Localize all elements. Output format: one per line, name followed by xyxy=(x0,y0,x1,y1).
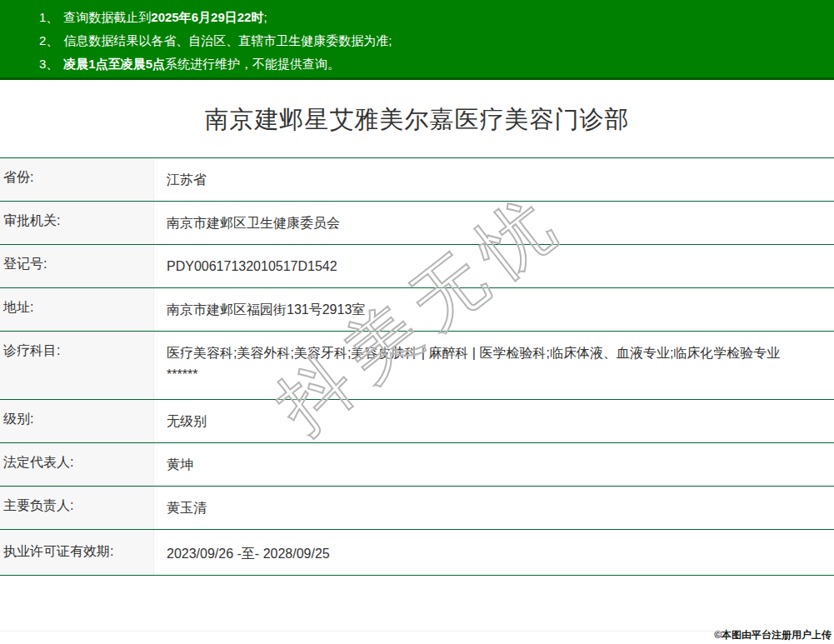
notice-text: 系统进行维护，不能提供查询。 xyxy=(165,57,340,71)
notice-number: 3、 xyxy=(39,57,58,71)
table-row-legal-representative: 法定代表人: 黄坤 xyxy=(0,443,834,487)
notice-number: 1、 xyxy=(39,10,58,24)
notice-bar: 1、查询数据截止到2025年6月29日22时; 2、信息数据结果以各省、自治区、… xyxy=(0,0,834,80)
row-label: 诊疗科目: xyxy=(0,332,154,399)
license-query-page: 1、查询数据截止到2025年6月29日22时; 2、信息数据结果以各省、自治区、… xyxy=(0,0,834,644)
row-value: 南京市建邺区福园街131号2913室 xyxy=(154,288,834,331)
row-value: 黄玉清 xyxy=(154,487,834,529)
notice-text: 查询数据截止到 xyxy=(63,10,151,24)
license-info-table: 省份: 江苏省 审批机关: 南京市建邺区卫生健康委员会 登记号: PDY0061… xyxy=(0,157,834,576)
table-row-province: 省份: 江苏省 xyxy=(0,158,834,202)
footer-divider xyxy=(0,631,834,632)
row-value: 无级别 xyxy=(154,400,834,442)
row-label: 省份: xyxy=(0,158,154,201)
row-label: 审批机关: xyxy=(0,202,154,244)
table-row-registration-number: 登记号: PDY00617132010517D1542 xyxy=(0,245,834,288)
row-value: 南京市建邺区卫生健康委员会 xyxy=(154,202,834,244)
table-row-address: 地址: 南京市建邺区福园街131号2913室 xyxy=(0,288,834,332)
row-value: 黄坤 xyxy=(154,443,834,486)
notice-text-bold: 2025年6月29日22时 xyxy=(151,10,263,24)
row-value: PDY00617132010517D1542 xyxy=(154,245,834,287)
table-row-level: 级别: 无级别 xyxy=(0,400,834,443)
notice-text: ; xyxy=(263,10,267,24)
notice-line-3: 3、凌晨1点至凌晨5点系统进行维护，不能提供查询。 xyxy=(39,52,826,76)
row-label: 法定代表人: xyxy=(0,443,154,486)
row-value: 2023/09/26 -至- 2028/09/25 xyxy=(154,530,834,575)
notice-line-2: 2、信息数据结果以各省、自治区、直辖市卫生健康委数据为准; xyxy=(39,29,826,52)
table-row-license-validity: 执业许可证有效期: 2023/09/26 -至- 2028/09/25 xyxy=(0,530,834,576)
notice-number: 2、 xyxy=(39,33,58,47)
table-row-medical-subjects: 诊疗科目: 医疗美容科;美容外科;美容牙科;美容皮肤科 | 麻醉科 | 医学检验… xyxy=(0,332,834,400)
row-label: 执业许可证有效期: xyxy=(0,530,154,575)
institution-title: 南京建邺星艾雅美尔嘉医疗美容门诊部 xyxy=(0,103,834,137)
row-label: 地址: xyxy=(0,288,154,331)
notice-line-1: 1、查询数据截止到2025年6月29日22时; xyxy=(39,6,826,29)
row-label: 级别: xyxy=(0,400,154,442)
upload-caption: ©本图由平台注册用户上传 xyxy=(714,628,832,642)
row-label: 主要负责人: xyxy=(0,487,154,529)
table-row-main-person-in-charge: 主要负责人: 黄玉清 xyxy=(0,487,834,530)
row-label: 登记号: xyxy=(0,245,154,287)
row-value: 江苏省 xyxy=(154,158,834,201)
notice-text: 信息数据结果以各省、自治区、直辖市卫生健康委数据为准; xyxy=(63,33,392,47)
table-row-approval-authority: 审批机关: 南京市建邺区卫生健康委员会 xyxy=(0,202,834,245)
row-value: 医疗美容科;美容外科;美容牙科;美容皮肤科 | 麻醉科 | 医学检验科;临床体液… xyxy=(154,332,834,399)
notice-text-bold: 凌晨1点至凌晨5点 xyxy=(63,57,165,71)
